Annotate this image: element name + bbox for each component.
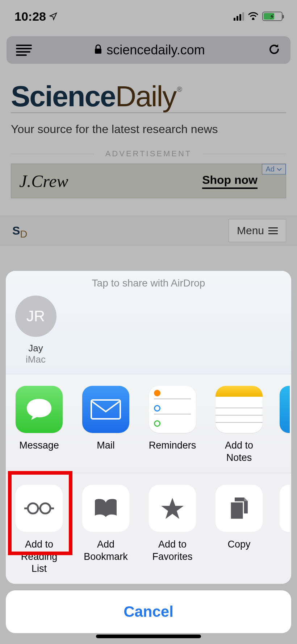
airdrop-section: Tap to share with AirDrop JR Jay iMac — [6, 271, 291, 374]
share-actions-row: Add to Reading List Add Bookmark Add to … — [6, 473, 291, 584]
avatar: JR — [15, 296, 57, 337]
svg-rect-8 — [230, 502, 243, 519]
copy-label: Copy — [227, 538, 250, 551]
share-more-app[interactable] — [280, 386, 290, 464]
airdrop-contact[interactable]: JR Jay iMac — [6, 296, 66, 365]
home-indicator[interactable] — [96, 635, 201, 638]
action-more[interactable] — [280, 485, 290, 575]
action-bookmark[interactable]: Add Bookmark — [80, 485, 132, 575]
action-favorites[interactable]: Add to Favorites — [146, 485, 198, 575]
share-message-label: Message — [19, 439, 59, 452]
partial-app-icon — [280, 386, 290, 433]
action-copy[interactable]: Copy — [213, 485, 265, 575]
cancel-button[interactable]: Cancel — [6, 590, 291, 633]
svg-point-4 — [40, 503, 50, 513]
share-mail-label: Mail — [97, 439, 115, 452]
airdrop-device: iMac — [26, 354, 46, 365]
reminders-icon — [149, 386, 196, 433]
cancel-label: Cancel — [124, 603, 173, 620]
share-mail[interactable]: Mail — [80, 386, 132, 464]
share-apps-row: Message Mail Reminders — [6, 374, 291, 473]
avatar-initials: JR — [26, 307, 45, 325]
action-reading-list[interactable]: Add to Reading List — [13, 485, 65, 575]
reading-list-label: Add to Reading List — [13, 538, 65, 575]
share-notes[interactable]: Add to Notes — [213, 386, 265, 464]
reading-list-icon — [16, 485, 63, 532]
notes-icon — [216, 386, 263, 433]
share-message[interactable]: Message — [13, 386, 65, 464]
svg-rect-2 — [91, 400, 120, 419]
share-notes-label: Add to Notes — [213, 439, 265, 464]
favorites-icon — [149, 485, 196, 532]
mail-icon — [82, 386, 129, 433]
svg-point-3 — [28, 503, 38, 513]
bookmark-label: Add Bookmark — [80, 538, 132, 563]
more-action-icon — [280, 485, 290, 532]
share-reminders[interactable]: Reminders — [146, 386, 198, 464]
message-icon — [16, 386, 63, 433]
share-sheet: Tap to share with AirDrop JR Jay iMac Me… — [6, 271, 291, 633]
airdrop-title: Tap to share with AirDrop — [6, 277, 291, 289]
bookmark-icon — [82, 485, 129, 532]
copy-icon — [216, 485, 263, 532]
share-reminders-label: Reminders — [149, 439, 196, 452]
airdrop-name: Jay — [28, 343, 43, 354]
favorites-label: Add to Favorites — [146, 538, 198, 563]
